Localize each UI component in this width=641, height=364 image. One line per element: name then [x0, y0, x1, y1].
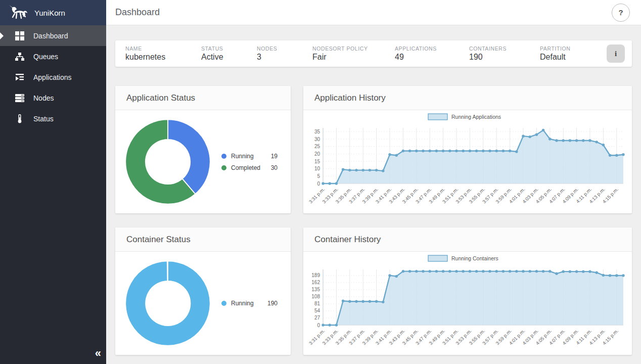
field-value: 190 [469, 53, 540, 62]
svg-text:81: 81 [314, 301, 320, 306]
field-nodesort-policy: NODESORT POLICY Fair [312, 46, 395, 62]
svg-text:54: 54 [314, 308, 320, 313]
svg-text:10: 10 [314, 166, 320, 171]
container-history-chart: 02754811081351621893:31 p.m.3:33 p.m.3:3… [306, 252, 629, 354]
field-label: STATUS [201, 46, 257, 52]
svg-text:135: 135 [311, 287, 320, 292]
card-title: Application History [303, 86, 632, 110]
legend-value: 190 [267, 300, 278, 307]
application-status-donut-chart [121, 115, 214, 208]
legend-value: 30 [271, 164, 278, 171]
svg-text:Running Applications: Running Applications [451, 114, 501, 120]
collapse-sidebar-button[interactable]: « [95, 347, 101, 360]
application-history-card: Application History 051015202530353:31 p… [303, 86, 632, 213]
sidebar-item-label: Queues [33, 53, 58, 61]
field-label: NAME [125, 46, 201, 52]
sidebar-nav: Dashboard Queues [0, 25, 106, 129]
question-mark-icon: ? [618, 8, 623, 17]
svg-text:27: 27 [314, 315, 320, 321]
field-value: Fair [312, 53, 395, 62]
field-name: NAME kubernetes [125, 46, 201, 62]
container-history-card: Container History 02754811081351621893:3… [303, 228, 632, 355]
field-label: NODESORT POLICY [312, 46, 395, 52]
field-label: APPLICATIONS [395, 46, 469, 52]
field-label: PARTITION [540, 46, 607, 52]
svg-text:162: 162 [311, 280, 320, 285]
card-title: Application Status [115, 86, 291, 110]
help-button[interactable]: ? [612, 4, 630, 22]
sidebar-item-label: Dashboard [33, 32, 68, 40]
container-status-card: Container Status Running190 [115, 228, 291, 355]
main-area: Dashboard ? NAME kubernetes STATUS Activ… [106, 0, 641, 364]
unicorn-icon [8, 5, 28, 21]
field-value: 3 [257, 53, 312, 62]
field-label: CONTAINERS [469, 46, 540, 52]
sidebar-item-label: Status [33, 115, 54, 123]
sidebar: YuniKorn Dashboard [0, 0, 106, 364]
field-value: Default [540, 53, 607, 62]
field-value: 49 [395, 53, 469, 62]
svg-text:25: 25 [314, 144, 320, 149]
status-thermometer-icon [15, 114, 24, 123]
logo[interactable]: YuniKorn [0, 0, 106, 25]
cluster-info-card: NAME kubernetes STATUS Active NODES 3 NO… [115, 40, 632, 67]
svg-text:Running Containers: Running Containers [451, 255, 498, 261]
legend-label: Completed [231, 164, 271, 171]
svg-text:15: 15 [314, 159, 320, 164]
card-title: Container History [303, 228, 632, 252]
field-partition: PARTITION Default [540, 46, 607, 62]
field-nodes: NODES 3 [257, 46, 312, 62]
legend-item: Completed30 [221, 164, 278, 171]
field-status: STATUS Active [201, 46, 257, 62]
legend-label: Running [231, 300, 267, 307]
topbar: Dashboard ? [106, 0, 641, 25]
field-value: kubernetes [125, 53, 201, 62]
legend-dot-icon [221, 154, 226, 159]
svg-text:189: 189 [311, 272, 320, 278]
legend-label: Running [231, 153, 271, 160]
sidebar-item-status[interactable]: Status [0, 108, 106, 129]
sidebar-item-applications[interactable]: Applications [0, 67, 106, 87]
sidebar-item-label: Nodes [33, 94, 54, 102]
svg-text:35: 35 [314, 129, 320, 134]
field-value: Active [201, 53, 257, 62]
app-root: YuniKorn Dashboard [0, 0, 641, 364]
field-applications: APPLICATIONS 49 [395, 46, 469, 62]
application-history-chart: 051015202530353:31 p.m.3:33 p.m.3:35 p.m… [306, 111, 629, 213]
applications-list-icon [15, 73, 24, 82]
sidebar-item-dashboard[interactable]: Dashboard [0, 25, 106, 46]
svg-text:0: 0 [317, 323, 320, 328]
page-title: Dashboard [115, 7, 160, 18]
row-containers: Container Status Running190 Container Hi… [115, 228, 632, 355]
content: NAME kubernetes STATUS Active NODES 3 NO… [106, 25, 641, 364]
application-status-card: Application Status Running19Completed30 [115, 86, 291, 213]
app-title: YuniKorn [34, 9, 65, 17]
legend-value: 19 [271, 153, 278, 160]
row-applications: Application Status Running19Completed30 … [115, 86, 632, 213]
svg-text:108: 108 [311, 294, 320, 299]
card-title: Container Status [115, 228, 291, 252]
legend-dot-icon [221, 165, 226, 170]
info-icon: i [615, 50, 617, 58]
nodes-server-icon [15, 94, 24, 103]
sidebar-item-queues[interactable]: Queues [0, 46, 106, 67]
legend-item: Running19 [221, 153, 278, 160]
legend-dot-icon [221, 301, 226, 306]
container-status-legend: Running190 [221, 300, 278, 307]
sidebar-item-label: Applications [33, 73, 72, 81]
dashboard-icon [15, 31, 24, 40]
legend-item: Running190 [221, 300, 278, 307]
sidebar-item-nodes[interactable]: Nodes [0, 87, 106, 108]
svg-text:5: 5 [317, 173, 320, 179]
container-status-donut-chart [121, 257, 214, 350]
queue-tree-icon [15, 52, 24, 61]
svg-text:20: 20 [314, 151, 320, 157]
double-chevron-left-icon: « [95, 347, 101, 359]
application-status-legend: Running19Completed30 [221, 153, 278, 171]
svg-text:30: 30 [314, 136, 320, 142]
field-containers: CONTAINERS 190 [469, 46, 540, 62]
info-button[interactable]: i [607, 44, 625, 63]
field-label: NODES [257, 46, 312, 52]
svg-text:0: 0 [317, 181, 320, 187]
